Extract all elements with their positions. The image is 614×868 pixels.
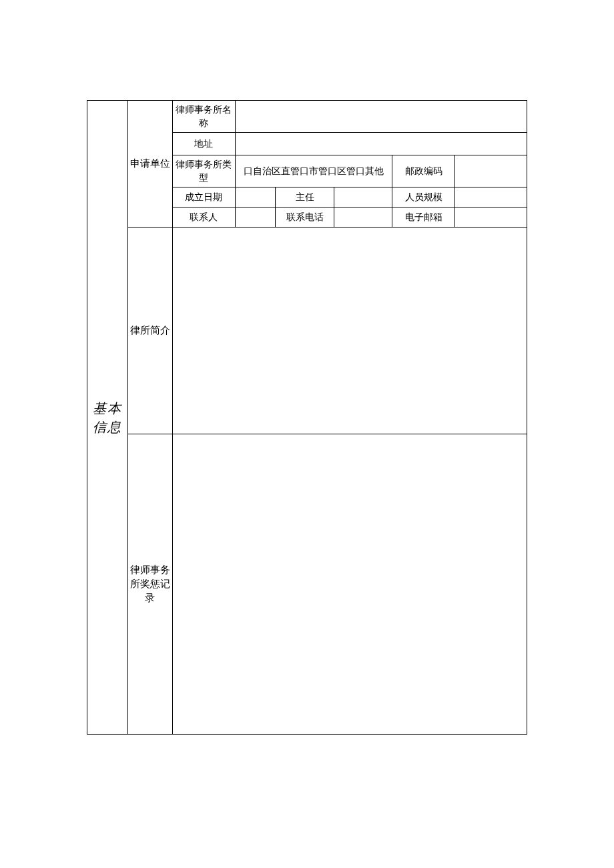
firm-name-value[interactable] [235,101,527,133]
firm-intro-label: 律所简介 [127,228,172,434]
firm-type-label: 律师事务所类型 [172,155,235,187]
establish-date-value[interactable] [235,187,276,207]
firm-record-value[interactable] [172,434,527,735]
contact-person-label: 联系人 [172,207,235,228]
staff-size-label: 人员规模 [392,187,455,207]
contact-person-value[interactable] [235,207,276,228]
director-label: 主任 [276,187,334,207]
staff-size-value[interactable] [455,187,527,207]
email-label: 电子邮箱 [392,207,455,228]
postal-code-label: 邮政编码 [392,155,455,187]
postal-code-value[interactable] [455,155,527,187]
contact-phone-label: 联系电话 [276,207,334,228]
address-label: 地址 [172,133,235,155]
firm-name-label: 律师事务所名称 [172,101,235,133]
address-value[interactable] [235,133,527,155]
main-section-label: 基本信息 [87,101,128,735]
firm-record-label: 律师事务所奖惩记录 [127,434,172,735]
basic-info-table: 基本信息 申请单位 律师事务所名称 地址 律师事务所类型 口自治区直管口市管口区… [87,100,527,735]
email-value[interactable] [455,207,527,228]
director-value[interactable] [334,187,392,207]
firm-type-options[interactable]: 口自治区直管口市管口区管口其他 [235,155,392,187]
firm-intro-value[interactable] [172,228,527,434]
application-unit-label: 申请单位 [127,101,172,228]
contact-phone-value[interactable] [334,207,392,228]
establish-date-label: 成立日期 [172,187,235,207]
